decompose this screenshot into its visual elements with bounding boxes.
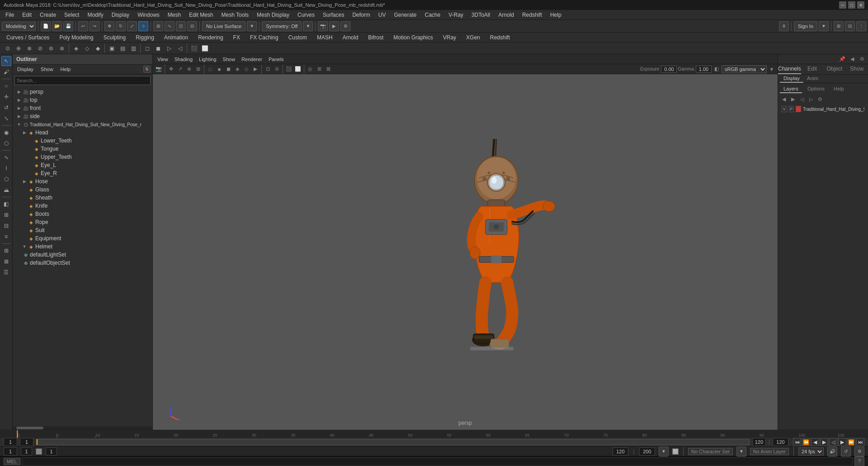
- deform-button[interactable]: ⬡: [1, 138, 11, 148]
- tree-item-rope[interactable]: ◈ Rope: [13, 218, 152, 226]
- menu-surfaces[interactable]: Surfaces: [319, 11, 348, 19]
- tree-item-equipment[interactable]: ◈ Equipment: [13, 234, 152, 243]
- snap-curve-button[interactable]: ∿: [165, 21, 175, 31]
- right-tab-channels[interactable]: Channels: [778, 64, 801, 74]
- snap-grid-button[interactable]: ⊞: [153, 21, 163, 31]
- right-tab-show[interactable]: Show: [846, 64, 868, 74]
- menu-create[interactable]: Create: [36, 11, 60, 19]
- open-button[interactable]: 📂: [52, 21, 62, 31]
- current-frame-field[interactable]: [20, 438, 33, 446]
- help-tab[interactable]: Help: [830, 85, 848, 93]
- vp-anim-icon[interactable]: ▶: [251, 65, 259, 73]
- module-fx[interactable]: FX: [229, 33, 245, 42]
- options-tab[interactable]: Options: [804, 85, 828, 93]
- vp-shadow-icon[interactable]: ◇: [242, 65, 250, 73]
- command-input[interactable]: [22, 457, 853, 466]
- menu-edit[interactable]: Edit: [19, 11, 35, 19]
- no-anim-layer-button[interactable]: No Anim Layer: [750, 448, 789, 455]
- layers-tab[interactable]: Layers: [780, 85, 802, 93]
- symmetry-button[interactable]: Symmetry: Off: [262, 21, 302, 31]
- no-character-set-button[interactable]: No Character Set: [688, 448, 733, 455]
- quad-view-button[interactable]: ⊠: [1, 257, 11, 266]
- menu-generate[interactable]: Generate: [390, 11, 420, 19]
- outliner-hscrollbar[interactable]: [13, 426, 152, 430]
- vp-film-icon[interactable]: ⊠: [324, 65, 332, 73]
- close-button[interactable]: ✕: [857, 1, 864, 9]
- component-select-icon[interactable]: ⊕: [14, 43, 24, 53]
- right-tab-object[interactable]: Object: [823, 64, 845, 74]
- layer-row-1[interactable]: V P Traditional_Hard_Hat_Diving_Suit_Ne: [780, 105, 866, 113]
- menu-windows[interactable]: Windows: [134, 11, 163, 19]
- prev-key-button[interactable]: ⏪: [802, 438, 810, 446]
- tree-item-glass[interactable]: ◈ Glass: [13, 185, 152, 194]
- menu-select[interactable]: Select: [61, 11, 83, 19]
- next-frame-button[interactable]: ▶: [838, 438, 846, 446]
- workspace-button[interactable]: ⊞: [834, 21, 844, 31]
- sign-in-button[interactable]: Sign In: [794, 21, 817, 31]
- tree-item-tongue[interactable]: ◈ Tongue: [13, 145, 152, 153]
- outliner-search-input[interactable]: [14, 76, 151, 85]
- layer-v-button[interactable]: V: [782, 106, 787, 112]
- render-icon[interactable]: ⬛: [189, 43, 199, 53]
- nurbs-button[interactable]: ⌇: [1, 163, 11, 173]
- tree-item-sheath[interactable]: ◈ Sheath: [13, 194, 152, 202]
- module-xgen[interactable]: XGen: [462, 33, 485, 42]
- module-motion-graphics[interactable]: Motion Graphics: [389, 33, 437, 42]
- outliner-menu-show[interactable]: Show: [38, 66, 56, 73]
- snap-point-button[interactable]: ⊡: [176, 21, 186, 31]
- symmetry-dropdown[interactable]: ▼: [303, 21, 313, 31]
- vp-menu-lighting[interactable]: Lighting: [196, 56, 219, 63]
- ui-button[interactable]: ⋮: [856, 21, 866, 31]
- tree-item-knife[interactable]: ◈ Knife: [13, 202, 152, 210]
- pause-button[interactable]: ⏸: [779, 21, 789, 31]
- module-vray[interactable]: VRay: [439, 33, 461, 42]
- live-surface-dropdown[interactable]: ▼: [247, 21, 257, 31]
- render-seq-icon[interactable]: ⬜: [200, 43, 210, 53]
- range-start-bottom-field[interactable]: [46, 447, 57, 456]
- layer-next-button[interactable]: ▶: [789, 95, 797, 103]
- module-animation[interactable]: Animation: [160, 33, 193, 42]
- vp-menu-view[interactable]: View: [155, 56, 171, 63]
- autokey-indicator[interactable]: [36, 448, 42, 455]
- vp-hud-icon[interactable]: ◎: [306, 65, 314, 73]
- loop-mode-button[interactable]: ↺: [841, 447, 851, 456]
- maximize-button[interactable]: □: [848, 1, 855, 9]
- module-rendering[interactable]: Rendering: [193, 33, 227, 42]
- graph-editor-button[interactable]: ⊟: [1, 221, 11, 231]
- render-settings-button[interactable]: ⚙: [340, 21, 350, 31]
- layer-prev-button[interactable]: ◀: [780, 95, 788, 103]
- tree-item-eyeL[interactable]: ◈ Eye_L: [13, 161, 152, 169]
- outliner-hscrollbar-thumb[interactable]: [16, 427, 43, 429]
- redo-button[interactable]: ↪: [90, 21, 99, 31]
- vp-menu-show[interactable]: Show: [220, 56, 238, 63]
- playback-start-field[interactable]: [773, 438, 788, 446]
- menu-deform[interactable]: Deform: [349, 11, 373, 19]
- rotate-tool-button[interactable]: ↺: [1, 103, 11, 113]
- vp-move-icon[interactable]: ✥: [167, 65, 175, 73]
- camera-persp-icon[interactable]: ◻: [142, 43, 152, 53]
- tree-item-head[interactable]: ▶ ◈ Head: [13, 128, 152, 137]
- menu-vray[interactable]: V-Ray: [445, 11, 467, 19]
- vp-isolate-icon[interactable]: ⊡: [264, 65, 272, 73]
- poly-extrude-icon[interactable]: ▣: [107, 43, 117, 53]
- minimize-button[interactable]: ─: [839, 1, 846, 9]
- module-redshift[interactable]: Redshift: [486, 33, 514, 42]
- audio-button[interactable]: 🔊: [827, 447, 837, 456]
- menu-mesh-display[interactable]: Mesh Display: [253, 11, 293, 19]
- mode-select[interactable]: Modeling: [2, 22, 36, 31]
- vp-exposure-input[interactable]: [661, 66, 677, 73]
- module-curves-surfaces[interactable]: Curves / Surfaces: [2, 33, 54, 42]
- frame-start-field[interactable]: [4, 438, 17, 446]
- vp-camera-icon[interactable]: 📷: [155, 65, 163, 73]
- module-sculpting[interactable]: Sculpting: [99, 33, 130, 42]
- menu-3dtoall[interactable]: 3DToAll: [468, 11, 494, 19]
- vp-texture-icon[interactable]: ◼: [224, 65, 232, 73]
- playblast-icon[interactable]: ▷: [164, 43, 174, 53]
- outliner-sort-button[interactable]: ⇅: [143, 66, 151, 73]
- new-scene-button[interactable]: 📄: [41, 21, 51, 31]
- symmetry-icon[interactable]: ◇: [82, 43, 92, 53]
- vp-xray-icon[interactable]: ⊘: [273, 65, 281, 73]
- prev-frame-button[interactable]: ◀: [811, 438, 819, 446]
- tree-item-root[interactable]: ▼ ⬡ Traditional_Hard_Hat_Diving_Suit_New…: [13, 120, 152, 128]
- camera-button[interactable]: 📷: [318, 21, 328, 31]
